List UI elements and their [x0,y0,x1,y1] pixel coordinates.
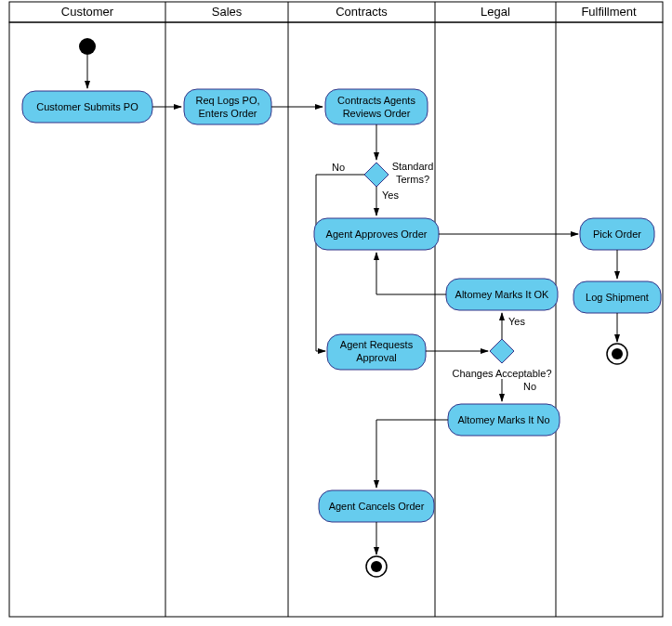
activity-review-label2: Reviews Order [343,108,411,119]
label-changes-no: No [523,381,536,392]
activity-pick-label: Pick Order [593,228,641,240]
activity-attok: Altomey Marks It OK [446,279,558,310]
activity-approve: Agent Approves Order [314,218,439,250]
activity-attok-label: Altomey Marks It OK [455,289,550,300]
activity-reqapprove: Agent Requests Approval [327,334,426,370]
decision-stdterms-label1: Standard [392,161,434,172]
lane-sales-header: Sales [212,5,243,19]
activity-reqapprove-label1: Agent Requests [340,339,414,350]
activity-reqlogs: Req Logs PO, Enters Order [184,89,271,124]
final-node-fulfillment [607,344,627,364]
activity-submit: Customer Submits PO [22,91,152,123]
svg-point-21 [612,348,623,359]
label-stdterms-yes: Yes [382,189,399,201]
lane-legal-header: Legal [481,5,510,19]
lane-customer-header: Customer [61,5,114,19]
activity-reqlogs-label2: Enters Order [199,108,257,119]
svg-marker-9 [364,163,389,187]
activity-reqlogs-label1: Req Logs PO, [195,95,259,106]
activity-cancel-label: Agent Cancels Order [329,501,425,512]
lane-fulfillment-header: Fulfillment [581,5,637,19]
edge-attok-approve [376,253,446,294]
activity-diagram: Customer Sales Contracts Legal Fulfillme… [0,0,672,626]
label-changes-yes: Yes [508,316,525,327]
svg-point-17 [371,561,382,572]
initial-node [79,38,96,55]
edge-stdterms-no [316,175,364,351]
decision-stdterms-label2: Terms? [396,174,429,185]
decision-stdterms: Standard Terms? [364,161,433,187]
activity-review-label1: Contracts Agents [337,95,415,106]
activity-attno-label: Altomey Marks It No [457,414,549,425]
activity-cancel: Agent Cancels Order [319,490,434,522]
activity-review: Contracts Agents Reviews Order [325,89,428,124]
edge-attno-cancel [376,420,448,488]
activity-approve-label: Agent Approves Order [326,228,428,240]
decision-changes: Changes Acceptable? [452,339,551,379]
label-stdterms-no: No [332,162,345,173]
final-node-contracts [366,556,387,577]
activity-logship-label: Log Shipment [586,292,649,303]
activity-logship: Log Shipment [573,281,661,313]
activity-attno: Altomey Marks It No [448,404,560,436]
activity-submit-label: Customer Submits PO [36,101,138,112]
activity-pick: Pick Order [580,218,654,250]
decision-changes-label: Changes Acceptable? [452,368,551,379]
svg-marker-13 [490,339,514,363]
lane-contracts-header: Contracts [336,5,388,19]
activity-reqapprove-label2: Approval [356,352,396,363]
